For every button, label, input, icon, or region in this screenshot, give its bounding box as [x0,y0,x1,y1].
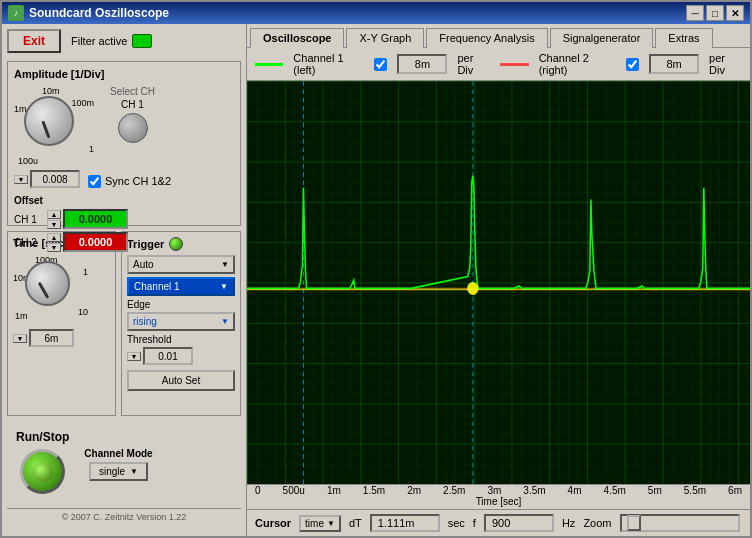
amplitude-knob[interactable] [24,96,74,146]
ch1-offset-label: CH 1 [14,214,42,225]
ch1-visible-checkbox[interactable] [374,58,387,71]
time-label-5.5m: 5.5m [684,485,706,496]
time-knob-container: 100m 1 10 1m 10m [13,255,88,325]
run-stop-button[interactable] [20,449,65,494]
tab-oscilloscope[interactable]: Oscilloscope [250,28,344,48]
zoom-slider[interactable] [620,514,740,532]
main-window: ♪ Soundcard Oszilloscope ─ □ ✕ Exit Filt… [0,0,752,538]
ch1-offset-spinner: ▲ ▼ [47,210,61,229]
cursor-mode-label: time [305,518,324,529]
left-panel: Exit Filter active Amplitude [1/Div] 10m… [2,24,247,536]
time-label-2m: 2m [407,485,421,496]
knob-label-100u: 100u [18,156,38,166]
trigger-section: Trigger Auto ▼ Channel 1 ▼ Edge rising [121,231,241,416]
title-bar: ♪ Soundcard Oszilloscope ─ □ ✕ [2,2,750,24]
ch2-offset-up[interactable]: ▲ [47,233,61,242]
dt-label: dT [349,517,362,529]
time-label-2.5m: 2.5m [443,485,465,496]
amplitude-knob-container: 10m 100m 1 100u 1m [14,86,94,166]
f-unit: Hz [562,517,575,529]
trigger-mode-dropdown[interactable]: Auto ▼ [127,255,235,274]
amplitude-value-input[interactable] [30,170,80,188]
ch2-per-div-input[interactable] [649,54,699,74]
tab-extras[interactable]: Extras [655,28,712,48]
minimize-button[interactable]: ─ [686,5,704,21]
time-down[interactable]: ▼ [13,334,27,343]
ch2-offset-controls: ▲ ▼ 0.0000 [47,232,128,252]
exit-button[interactable]: Exit [7,29,61,53]
amplitude-input-group: ▼ [14,170,80,188]
filter-active-label: Filter active [71,35,127,47]
close-button[interactable]: ✕ [726,5,744,21]
run-channel-row: Run/Stop Channel Mode single ▼ [7,421,241,503]
autoset-button[interactable]: Auto Set [127,370,235,391]
cursor-label: Cursor [255,517,291,529]
single-label: single [99,466,125,477]
time-label-4m: 4m [568,485,582,496]
tab-frequency-analysis[interactable]: Frequency Analysis [426,28,547,48]
scope-svg [247,81,750,484]
amplitude-down[interactable]: ▼ [14,175,28,184]
tab-xy-graph[interactable]: X-Y Graph [346,28,424,48]
time-label-5m: 5m [648,485,662,496]
amplitude-value-row: ▼ Sync CH 1&2 [14,170,234,188]
time-axis-container: 0 500u 1m 1.5m 2m 2.5m 3m 3.5m 4m 4.5m 5… [247,484,750,509]
ch1-knob[interactable] [118,113,148,143]
select-ch-label: Select CH [110,86,155,97]
scope-display [247,81,750,484]
time-label-3m: 3m [487,485,501,496]
ch2-offset-down[interactable]: ▼ [47,243,61,252]
sync-checkbox[interactable] [88,175,101,188]
f-value-box: 900 [484,514,554,532]
ch2-visible-checkbox[interactable] [626,58,639,71]
ch1-per-div-input[interactable] [397,54,447,74]
trigger-mode-label: Auto [133,259,154,270]
time-axis-title: Time [sec] [247,496,750,509]
trigger-channel-button[interactable]: Channel 1 ▼ [127,277,235,296]
time-label-500u: 500u [283,485,305,496]
ch1-offset-up[interactable]: ▲ [47,210,61,219]
ch1-color-indicator [255,63,283,66]
ch1-offset-row: CH 1 ▲ ▼ 0.0000 [14,209,234,229]
offset-section: Offset CH 1 ▲ ▼ 0.0000 CH 2 [14,194,234,252]
channel-mode-dropdown[interactable]: single ▼ [89,462,148,481]
ch2-offset-row: CH 2 ▲ ▼ 0.0000 [14,232,234,252]
time-label-1: 1 [83,267,88,277]
ch2-offset-spinner: ▲ ▼ [47,233,61,252]
sync-label: Sync CH 1&2 [105,175,171,187]
zoom-thumb [627,515,641,531]
ch2-channel-label: Channel 2 (right) [539,52,616,76]
offset-label: Offset [14,195,43,206]
time-label-3.5m: 3.5m [523,485,545,496]
threshold-down[interactable]: ▼ [127,352,141,361]
main-content: Exit Filter active Amplitude [1/Div] 10m… [2,24,750,536]
filter-led [132,34,152,48]
right-panel: Oscilloscope X-Y Graph Frequency Analysi… [247,24,750,536]
time-knob[interactable] [25,261,70,306]
app-icon: ♪ [8,5,24,21]
single-arrow: ▼ [130,467,138,476]
ch1-offset-down[interactable]: ▼ [47,220,61,229]
time-value-input[interactable] [29,329,74,347]
zoom-label: Zoom [583,517,611,529]
trigger-channel-arrow: ▼ [220,282,228,291]
cursor-mode-dropdown[interactable]: time ▼ [299,515,341,532]
svg-point-7 [468,283,478,295]
rising-dropdown[interactable]: rising ▼ [127,312,235,331]
knob-label-10m: 10m [42,86,60,96]
trigger-mode-arrow: ▼ [221,260,229,269]
knob-label-1: 1 [89,144,94,154]
copyright: © 2007 C. Zeitnitz Version 1.22 [7,508,241,525]
run-stop-label: Run/Stop [16,430,69,444]
maximize-button[interactable]: □ [706,5,724,21]
dt-value-box: 1.111m [370,514,440,532]
title-bar-left: ♪ Soundcard Oszilloscope [8,5,169,21]
knob-label-100m: 100m [71,98,94,108]
time-label-1m: 1m [327,485,341,496]
time-label-0: 0 [255,485,261,496]
edge-label: Edge [127,299,235,310]
cursor-bar: Cursor time ▼ dT 1.111m sec f 900 Hz Zoo… [247,509,750,536]
tab-signal-generator[interactable]: Signalgenerator [550,28,654,48]
threshold-input[interactable] [143,347,193,365]
time-label-4.5m: 4.5m [604,485,626,496]
